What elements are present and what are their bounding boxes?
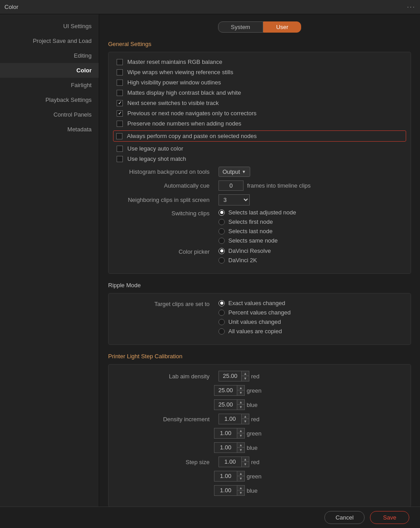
checkbox-next-scene[interactable] [117,100,123,106]
tab-system[interactable]: System [218,21,263,33]
checkbox-legacy-shot[interactable] [117,156,123,162]
radio-row-last-adjusted[interactable]: Selects last adjusted node [218,209,296,216]
step-red-down[interactable]: ▼ [242,462,249,467]
lab-aim-red-down[interactable]: ▼ [242,376,249,381]
radio-unit-values[interactable] [218,319,225,325]
histogram-dropdown[interactable]: Output [218,167,250,177]
step-green-up[interactable]: ▲ [237,471,244,476]
density-green-up[interactable]: ▲ [237,428,244,433]
density-blue-label: blue [247,444,258,451]
checkbox-row-legacy-auto: Use legacy auto color [116,145,403,152]
radio-last-adjusted[interactable] [218,210,225,216]
checkbox-rows: Master reset maintains RGB balanceWipe w… [116,59,403,162]
density-blue-spinbox[interactable]: 1.00 ▲ ▼ [214,442,245,453]
radio-all-values[interactable] [218,328,225,335]
step-red-up[interactable]: ▲ [242,457,249,462]
radio-row-davinci-2k[interactable]: DaVinci 2K [218,257,271,264]
checkbox-label-prev-next-node: Previous or next node navigates only to … [127,110,256,117]
checkbox-legacy-auto[interactable] [117,146,123,152]
cancel-button[interactable]: Cancel [324,511,365,524]
checkbox-high-visibility[interactable] [117,80,123,86]
sidebar-item-ui-settings[interactable]: UI Settings [0,19,99,34]
checkbox-row-legacy-shot: Use legacy shot match [116,155,403,162]
ripple-target-label: Target clips are set to [116,300,214,307]
sidebar-item-fairlight[interactable]: Fairlight [0,78,99,92]
radio-first-node[interactable] [218,219,225,225]
step-blue-down[interactable]: ▼ [237,490,244,495]
sidebar-item-editing[interactable]: Editing [0,48,99,63]
window-menu-dots[interactable]: ··· [407,3,416,11]
checkbox-mattes-display[interactable] [117,90,123,96]
radio-same-node[interactable] [218,238,225,244]
step-red-spinbox[interactable]: 1.00 ▲ ▼ [218,457,249,467]
density-green-down[interactable]: ▼ [237,433,244,438]
lab-aim-green-spinbox[interactable]: 25.00 ▲ ▼ [214,385,245,396]
checkbox-row-next-scene: Next scene switches to visible track [116,100,403,106]
density-green-spinbox[interactable]: 1.00 ▲ ▼ [214,428,245,439]
sidebar-item-project-save-load[interactable]: Project Save and Load [0,34,99,48]
checkbox-copy-paste[interactable] [116,133,122,139]
density-red-up[interactable]: ▲ [242,414,249,419]
radio-row-last-node[interactable]: Selects last node [218,228,296,235]
radio-davinci-2k[interactable] [218,257,225,264]
sidebar-item-color[interactable]: Color [0,63,99,78]
step-red-label: red [251,459,260,465]
checkbox-label-high-visibility: High visibility power window outlines [127,79,221,86]
checkbox-master-reset[interactable] [117,59,123,65]
checkbox-row-wipe-wraps: Wipe wraps when viewing reference stills [116,69,403,75]
radio-row-davinci-resolve[interactable]: DaVinci Resolve [218,247,271,254]
histogram-label: Histogram background on tools [116,168,214,175]
lab-aim-blue-down[interactable]: ▼ [237,405,244,410]
radio-exact-values[interactable] [218,300,225,306]
radio-row-first-node[interactable]: Selects first node [218,218,296,225]
checkbox-preserve-node[interactable] [117,121,123,127]
radio-davinci-resolve[interactable] [218,248,225,254]
lab-aim-red-spinbox[interactable]: 25.00 ▲ ▼ [218,371,249,381]
density-red-row: Density increment 1.00 ▲ ▼ red [116,414,403,424]
density-blue-down[interactable]: ▼ [237,448,244,453]
color-picker-label: Color picker [116,247,214,255]
radio-row-percent-values[interactable]: Percent values changed [218,309,290,316]
printer-calibration-title: Printer Light Step Calibration [108,353,411,360]
checkbox-label-wipe-wraps: Wipe wraps when viewing reference stills [127,69,233,75]
step-green-down[interactable]: ▼ [237,476,244,481]
auto-cue-label: Automatically cue [116,182,214,189]
density-red-down[interactable]: ▼ [242,419,249,424]
step-blue-row: 1.00 ▲ ▼ blue [116,485,403,496]
auto-cue-input[interactable] [218,180,244,191]
step-green-spinbox[interactable]: 1.00 ▲ ▼ [214,471,245,482]
sidebar-item-playback-settings[interactable]: Playback Settings [0,92,99,107]
sidebar-item-metadata[interactable]: Metadata [0,122,99,137]
checkbox-wipe-wraps[interactable] [117,69,123,75]
radio-row-unit-values[interactable]: Unit values changed [218,318,290,325]
checkbox-label-next-scene: Next scene switches to visible track [127,100,218,106]
color-picker-options: DaVinci Resolve DaVinci 2K [218,247,271,264]
density-green-row: 1.00 ▲ ▼ green [116,428,403,439]
step-blue-up[interactable]: ▲ [237,486,244,490]
checkbox-prev-next-node[interactable] [117,110,123,117]
radio-percent-values[interactable] [218,310,225,316]
density-blue-up[interactable]: ▲ [237,443,244,448]
lab-aim-blue-up[interactable]: ▲ [237,400,244,405]
content-area: System User General Settings Master rese… [99,14,420,528]
radio-row-same-node[interactable]: Selects same node [218,237,296,244]
lab-aim-density-label: Lab aim density [116,373,214,380]
radio-last-node[interactable] [218,228,225,235]
lab-aim-red-label: red [251,373,260,380]
lab-aim-blue-spinbox[interactable]: 25.00 ▲ ▼ [214,399,245,410]
lab-aim-red-up[interactable]: ▲ [242,371,249,376]
density-blue-row: 1.00 ▲ ▼ blue [116,442,403,453]
step-blue-spinbox[interactable]: 1.00 ▲ ▼ [214,485,245,496]
radio-row-exact-values[interactable]: Exact values changed [218,300,290,306]
tab-user[interactable]: User [263,21,301,33]
radio-row-all-values[interactable]: All values are copied [218,328,290,335]
save-button[interactable]: Save [370,511,409,524]
checkbox-row-mattes-display: Mattes display high contrast black and w… [116,89,403,96]
lab-aim-green-down[interactable]: ▼ [237,390,244,395]
neighboring-clips-select[interactable]: 3 2 4 5 [218,194,250,205]
lab-aim-green-row: 25.00 ▲ ▼ green [116,385,403,396]
density-red-spinbox[interactable]: 1.00 ▲ ▼ [218,414,249,424]
sidebar-item-control-panels[interactable]: Control Panels [0,107,99,122]
ripple-options: Exact values changed Percent values chan… [218,300,290,335]
lab-aim-green-up[interactable]: ▲ [237,386,244,390]
